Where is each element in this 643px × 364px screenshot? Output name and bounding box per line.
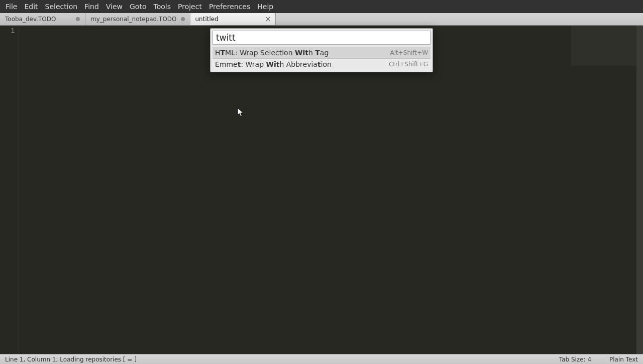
menu-goto[interactable]: Goto <box>126 1 150 12</box>
menu-find[interactable]: Find <box>81 1 102 12</box>
tab-my-personal-notepad-todo[interactable]: my_personal_notepad.TODO <box>85 13 190 25</box>
dirty-indicator-icon[interactable] <box>75 16 81 22</box>
tab-tooba-dev-todo[interactable]: Tooba_dev.TODO <box>0 13 85 25</box>
menu-tools[interactable]: Tools <box>150 1 174 12</box>
status-tab-size[interactable]: Tab Size: 4 <box>559 356 591 363</box>
dirty-indicator-icon[interactable] <box>180 16 186 22</box>
menu-preferences[interactable]: Preferences <box>205 1 254 12</box>
tab-title: untitled <box>195 16 262 23</box>
palette-row-emmet-wrap-abbreviation[interactable]: Emmet: Wrap With Abbreviation Ctrl+Shift… <box>212 59 431 70</box>
command-palette: HTML: Wrap Selection With Tag Alt+Shift+… <box>210 28 433 72</box>
code-content[interactable] <box>19 26 643 354</box>
line-number-gutter: 1 <box>0 26 19 354</box>
menu-selection[interactable]: Selection <box>42 1 81 12</box>
line-number: 1 <box>0 27 15 34</box>
palette-row-shortcut: Alt+Shift+W <box>390 49 428 56</box>
status-syntax[interactable]: Plain Text <box>609 356 638 363</box>
close-icon[interactable] <box>265 16 271 22</box>
palette-row-html-wrap-selection[interactable]: HTML: Wrap Selection With Tag Alt+Shift+… <box>212 47 431 59</box>
menu-edit[interactable]: Edit <box>21 1 41 12</box>
tab-title: Tooba_dev.TODO <box>5 16 72 23</box>
palette-row-label: Emmet: Wrap With Abbreviation <box>215 60 332 68</box>
editor-area[interactable]: 1 <box>0 26 643 354</box>
palette-row-label: HTML: Wrap Selection With Tag <box>215 49 329 57</box>
menu-project[interactable]: Project <box>174 1 205 12</box>
status-left: Line 1, Column 1; Loading repositories [… <box>5 356 559 363</box>
menubar: File Edit Selection Find View Goto Tools… <box>0 0 643 13</box>
menu-view[interactable]: View <box>102 1 126 12</box>
palette-row-shortcut: Ctrl+Shift+G <box>389 61 428 68</box>
tab-bar: Tooba_dev.TODO my_personal_notepad.TODO … <box>0 13 643 26</box>
command-palette-list: HTML: Wrap Selection With Tag Alt+Shift+… <box>212 47 431 70</box>
status-bar: Line 1, Column 1; Loading repositories [… <box>0 354 643 364</box>
minimap[interactable] <box>571 26 636 66</box>
vertical-scrollbar[interactable] <box>636 26 643 354</box>
menu-help[interactable]: Help <box>254 1 277 12</box>
tab-untitled[interactable]: untitled <box>190 13 276 25</box>
menu-file[interactable]: File <box>2 1 21 12</box>
tab-title: my_personal_notepad.TODO <box>90 16 177 23</box>
command-palette-input[interactable] <box>212 31 431 45</box>
